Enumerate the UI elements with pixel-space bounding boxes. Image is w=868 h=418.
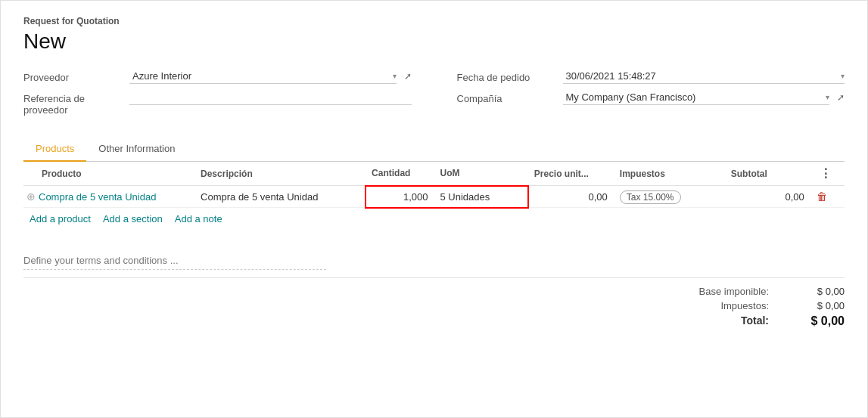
td-precio: 0,00 <box>528 186 614 208</box>
tabs-bar: Products Other Information <box>23 137 845 162</box>
compania-input-wrap[interactable]: ▾ <box>563 90 830 105</box>
fecha-row: Fecha de pedido ▾ <box>457 69 845 84</box>
table-row: ⊕ Compra de 5 venta Unidad Compra de 5 v… <box>23 186 845 208</box>
td-actions: 🗑 <box>810 186 845 208</box>
impuestos-total-row: Impuestos: $ 0,00 <box>602 300 845 311</box>
referencia-value-wrap <box>129 90 412 105</box>
grand-total-value: $ 0,00 <box>784 314 845 328</box>
td-cantidad[interactable]: 1,000 <box>366 186 434 208</box>
referencia-input-wrap[interactable] <box>129 90 412 105</box>
referencia-label: Referencia de proveedor <box>23 90 129 116</box>
grand-total-row: Total: $ 0,00 <box>602 314 845 328</box>
referencia-input[interactable] <box>129 90 412 104</box>
proveedor-dropdown-icon[interactable]: ▾ <box>393 72 397 80</box>
td-producto: ⊕ Compra de 5 venta Unidad <box>23 186 194 208</box>
delete-row-button[interactable]: 🗑 <box>817 190 827 203</box>
fecha-label: Fecha de pedido <box>457 69 563 83</box>
impuestos-total-value: $ 0,00 <box>784 300 845 311</box>
tab-other-information[interactable]: Other Information <box>86 137 187 162</box>
add-row-links: Add a product Add a section Add a note <box>23 209 845 229</box>
th-descripcion: Descripción <box>194 162 366 186</box>
product-link[interactable]: Compra de 5 venta Unidad <box>39 191 156 203</box>
td-uom[interactable]: 5 Unidades <box>434 186 527 208</box>
th-producto: Producto <box>23 162 194 186</box>
proveedor-value-wrap: ▾ ➚ <box>129 69 412 84</box>
proveedor-external-link-icon[interactable]: ➚ <box>404 71 412 82</box>
fecha-input-wrap[interactable]: ▾ <box>563 69 845 84</box>
add-section-link[interactable]: Add a section <box>103 213 163 224</box>
compania-external-link-icon[interactable]: ➚ <box>837 92 845 103</box>
compania-value-wrap: ▾ ➚ <box>563 90 845 105</box>
compania-input[interactable] <box>563 90 826 104</box>
grand-total-label: Total: <box>602 314 769 328</box>
td-subtotal: 0,00 <box>725 186 810 208</box>
form-right: Fecha de pedido ▾ Compañía ▾ ➚ <box>457 69 845 122</box>
table-more-options-icon[interactable]: ⋮ <box>817 167 835 180</box>
proveedor-input[interactable] <box>129 69 393 83</box>
proveedor-input-wrap[interactable]: ▾ <box>129 69 397 84</box>
compania-row: Compañía ▾ ➚ <box>457 90 845 105</box>
compania-dropdown-icon[interactable]: ▾ <box>826 93 829 101</box>
form-section: Proveedor ▾ ➚ Referencia de proveedor <box>23 69 845 122</box>
compania-label: Compañía <box>457 90 563 104</box>
referencia-row: Referencia de proveedor <box>23 90 412 116</box>
products-table: Producto Descripción Cantidad UoM Precio… <box>23 162 845 209</box>
th-subtotal: Subtotal <box>725 162 810 186</box>
impuestos-total-label: Impuestos: <box>602 300 769 311</box>
form-left: Proveedor ▾ ➚ Referencia de proveedor <box>23 69 412 122</box>
terms-section <box>23 244 845 270</box>
tax-badge: Tax 15.00% <box>620 190 681 204</box>
base-imponible-value: $ 0,00 <box>784 286 845 297</box>
fecha-input[interactable] <box>563 69 842 83</box>
drag-handle-icon[interactable]: ⊕ <box>26 190 36 203</box>
fecha-dropdown-icon[interactable]: ▾ <box>841 72 845 80</box>
th-impuestos: Impuestos <box>614 162 725 186</box>
breadcrumb: Request for Quotation <box>23 16 845 26</box>
proveedor-row: Proveedor ▾ ➚ <box>23 69 412 84</box>
th-precio: Precio unit... <box>528 162 614 186</box>
totals-section: Base imponible: $ 0,00 Impuestos: $ 0,00… <box>23 277 845 331</box>
th-uom: UoM <box>434 162 527 186</box>
tab-products[interactable]: Products <box>23 137 86 162</box>
page-container: Request for Quotation New Proveedor ▾ ➚ … <box>0 0 868 418</box>
base-imponible-label: Base imponible: <box>602 286 769 297</box>
table-header-row: Producto Descripción Cantidad UoM Precio… <box>23 162 845 186</box>
td-descripcion: Compra de 5 venta Unidad <box>194 186 366 208</box>
base-imponible-row: Base imponible: $ 0,00 <box>602 286 845 297</box>
th-cantidad: Cantidad <box>366 162 434 186</box>
proveedor-label: Proveedor <box>23 69 129 83</box>
add-product-link[interactable]: Add a product <box>30 213 91 224</box>
page-title: New <box>23 29 845 54</box>
terms-input[interactable] <box>23 252 326 270</box>
th-actions: ⋮ <box>810 162 845 186</box>
td-impuestos: Tax 15.00% <box>614 186 725 208</box>
add-note-link[interactable]: Add a note <box>175 213 222 224</box>
fecha-value-wrap: ▾ <box>563 69 845 84</box>
